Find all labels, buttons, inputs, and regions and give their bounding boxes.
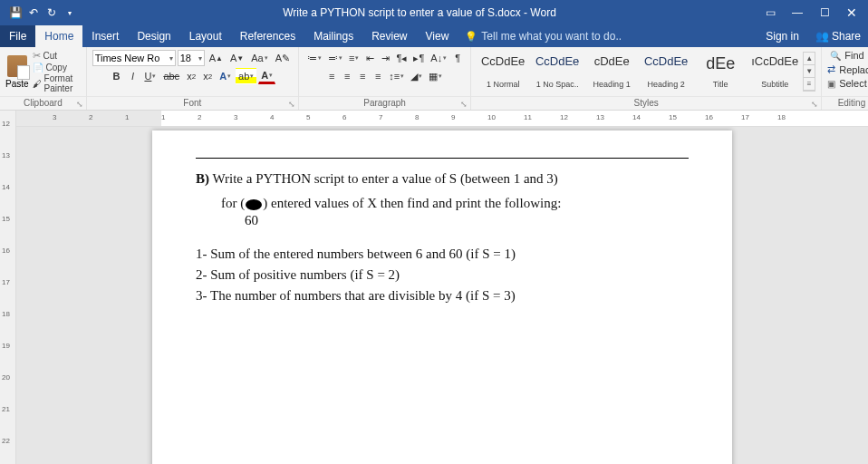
styles-dialog-launcher[interactable]: ⤡ [811, 98, 818, 111]
styles-scroll-down[interactable]: ▼ [804, 65, 815, 78]
for-line: for () entered values of X then find and… [196, 196, 689, 211]
undo-icon[interactable]: ↶ [27, 6, 40, 19]
group-clipboard: Paste Cut Copy Format Painter Clipboard⤡ [0, 47, 87, 110]
numbering-button[interactable]: ≕ [325, 50, 345, 66]
tab-home[interactable]: Home [35, 25, 82, 47]
styles-more-button[interactable]: ≡ [804, 78, 815, 91]
tab-mailings[interactable]: Mailings [304, 25, 362, 47]
rtl-button[interactable]: ▸¶ [410, 50, 427, 66]
show-marks-button[interactable]: ¶ [450, 50, 465, 66]
share-label: Share [832, 30, 861, 43]
style-name: 1 Normal [487, 80, 520, 89]
highlight-button[interactable]: ab [236, 68, 256, 84]
paragraph-dialog-launcher[interactable]: ⤡ [460, 98, 468, 111]
ribbon-home: Paste Cut Copy Format Painter Clipboard⤡… [0, 47, 868, 111]
align-left-button[interactable]: ≡ [324, 68, 339, 84]
copy-icon [33, 63, 43, 72]
strikethrough-button[interactable]: abc [160, 68, 182, 84]
line-spacing-button[interactable]: ↕≡ [386, 68, 407, 84]
tab-references[interactable]: References [231, 25, 304, 47]
justify-button[interactable]: ≡ [371, 68, 385, 84]
titlebar: 💾 ↶ ↻ ▾ Write a PYTHON script to enter a… [0, 0, 868, 25]
group-editing: Find▾ Replace Select▾ Editing [822, 47, 868, 110]
tab-file[interactable]: File [0, 25, 35, 47]
save-icon[interactable]: 💾 [9, 6, 22, 19]
close-icon[interactable]: ✕ [839, 4, 864, 22]
signin-link[interactable]: Sign in [757, 30, 808, 43]
bulb-icon [465, 30, 477, 43]
styles-scroll-up[interactable]: ▲ [804, 53, 815, 65]
cut-label: Cut [43, 51, 58, 61]
sort-button[interactable]: A↓ [428, 50, 449, 66]
for-prefix: for ( [221, 196, 245, 210]
font-dialog-launcher[interactable]: ⤡ [288, 98, 295, 111]
superscript-button[interactable]: x2 [200, 68, 215, 84]
paste-button[interactable]: Paste [5, 55, 29, 89]
style-preview: CcDdEe [535, 54, 579, 68]
quick-access-toolbar: 💾 ↶ ↻ ▾ [4, 6, 82, 19]
shrink-font-button[interactable]: A▼ [227, 50, 246, 66]
find-button[interactable]: Find▾ [828, 49, 868, 62]
style-title[interactable]: dEe Title [694, 52, 747, 92]
share-button[interactable]: 👥 Share [808, 30, 868, 43]
style-heading2[interactable]: CcDdEe Heading 2 [640, 52, 692, 92]
replace-label: Replace [839, 64, 868, 75]
decrease-indent-button[interactable]: ⇤ [362, 50, 377, 66]
redo-icon[interactable]: ↻ [45, 6, 58, 19]
style-subtitle[interactable]: ıCcDdEe Subtitle [748, 52, 801, 92]
ribbon-tabs: File Home Insert Design Layout Reference… [0, 25, 868, 47]
text-effects-button[interactable]: A [217, 68, 234, 84]
style-name: Heading 1 [593, 80, 631, 89]
tab-review[interactable]: Review [362, 25, 416, 47]
increase-indent-button[interactable]: ⇥ [378, 50, 392, 66]
cut-button[interactable]: Cut [33, 50, 81, 62]
question-title: B) Write a PYTHON script to enter a valu… [196, 171, 689, 187]
paste-label: Paste [5, 79, 29, 89]
underline-button[interactable]: U [141, 68, 159, 84]
styles-gallery: CcDdEe 1 Normal CcDdEe 1 No Spac.. cDdEe… [477, 52, 815, 92]
shading-button[interactable]: ◢ [408, 68, 425, 84]
subscript-button[interactable]: x2 [184, 68, 198, 84]
style-preview: dEe [706, 54, 735, 73]
oval-icon [246, 199, 262, 210]
tab-insert[interactable]: Insert [82, 25, 128, 47]
ltr-button[interactable]: ¶◂ [393, 50, 410, 66]
style-heading1[interactable]: cDdEe Heading 1 [585, 52, 638, 92]
tell-me-search[interactable]: Tell me what you want to do.. [458, 25, 629, 47]
style-preview: CcDdEe [481, 54, 525, 68]
find-label: Find [844, 50, 863, 61]
format-painter-button[interactable]: Format Painter [33, 73, 81, 93]
change-case-button[interactable]: Aa [248, 50, 270, 66]
font-color-button[interactable]: A [258, 68, 275, 84]
paste-icon [7, 55, 27, 77]
clipboard-dialog-launcher[interactable]: ⤡ [76, 98, 83, 111]
find-icon [830, 50, 841, 61]
bullets-button[interactable]: ≔ [304, 50, 324, 66]
style-normal[interactable]: CcDdEe 1 Normal [477, 52, 529, 92]
document-page[interactable]: B) Write a PYTHON script to enter a valu… [152, 130, 732, 464]
tab-layout[interactable]: Layout [180, 25, 231, 47]
align-center-button[interactable]: ≡ [340, 68, 354, 84]
copy-button[interactable]: Copy [33, 63, 81, 72]
maximize-icon[interactable]: ☐ [812, 4, 837, 22]
tab-view[interactable]: View [417, 25, 458, 47]
minimize-icon[interactable]: — [785, 4, 810, 22]
style-no-spacing[interactable]: CcDdEe 1 No Spac.. [531, 52, 583, 92]
ribbon-display-icon[interactable]: ▭ [757, 4, 783, 22]
question-title-rest: Write a PYTHON script to enter a value o… [209, 171, 558, 186]
bold-button[interactable]: B [109, 68, 123, 84]
font-name-combo[interactable]: Times New Ro▾ [92, 50, 176, 66]
page-area[interactable]: B) Write a PYTHON script to enter a valu… [16, 127, 868, 464]
replace-button[interactable]: Replace [825, 63, 868, 76]
borders-button[interactable]: ▦ [426, 68, 445, 84]
clear-formatting-button[interactable]: A✎ [273, 50, 293, 66]
qat-customize-icon[interactable]: ▾ [63, 6, 76, 19]
font-size-combo[interactable]: 18▾ [178, 50, 205, 66]
tab-design[interactable]: Design [128, 25, 179, 47]
align-right-button[interactable]: ≡ [355, 68, 370, 84]
select-button[interactable]: Select▾ [825, 77, 868, 90]
style-name: Subtitle [761, 80, 788, 89]
multilevel-button[interactable]: ≡ [346, 50, 362, 66]
italic-button[interactable]: I [125, 68, 140, 84]
grow-font-button[interactable]: A▲ [207, 50, 226, 66]
